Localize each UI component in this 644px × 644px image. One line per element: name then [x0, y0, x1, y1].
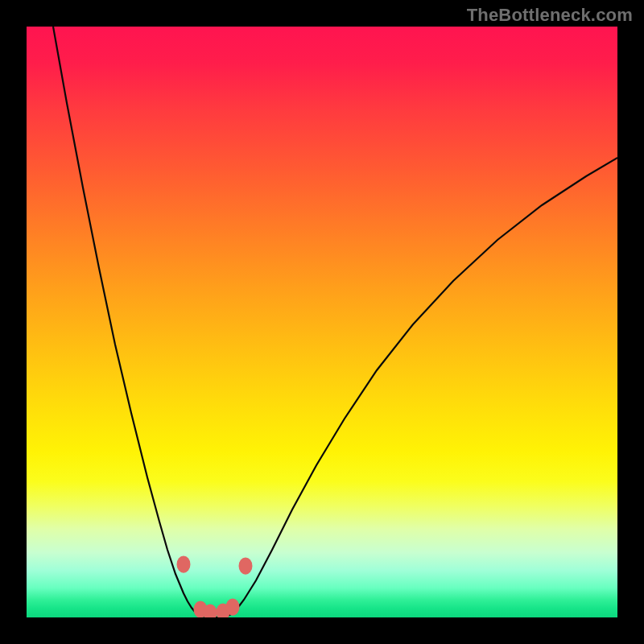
data-marker — [177, 555, 191, 572]
watermark-text: TheBottleneck.com — [467, 5, 633, 26]
chart-frame: TheBottleneck.com — [0, 0, 644, 644]
bottleneck-curve — [53, 27, 617, 617]
marker-group — [177, 555, 253, 617]
curve-layer — [27, 27, 617, 617]
data-marker — [239, 557, 253, 574]
plot-area — [27, 27, 617, 617]
data-marker — [226, 598, 240, 615]
